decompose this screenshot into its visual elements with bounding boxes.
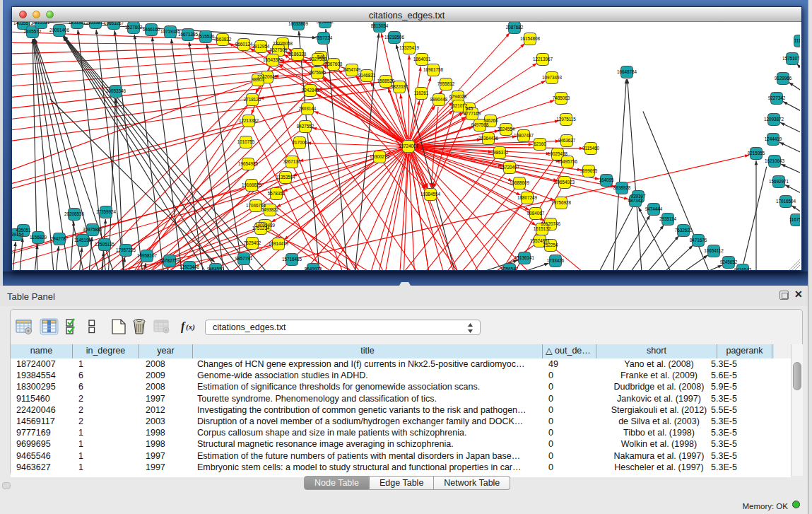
svg-text:9227342: 9227342 (768, 95, 786, 100)
svg-text:5493822: 5493822 (261, 207, 279, 212)
svg-text:2405572: 2405572 (24, 29, 42, 34)
svg-text:7515526: 7515526 (197, 34, 215, 39)
svg-text:439154: 439154 (12, 232, 24, 237)
svg-text:1864091: 1864091 (413, 57, 431, 62)
svg-text:19654923: 19654923 (555, 180, 575, 185)
svg-text:30975887: 30975887 (83, 227, 103, 232)
svg-text:6497568: 6497568 (471, 122, 489, 127)
svg-text:8471676: 8471676 (690, 238, 707, 243)
svg-text:3822037: 3822037 (391, 84, 408, 89)
svg-text:9327506: 9327506 (270, 47, 288, 52)
svg-text:16782759: 16782759 (160, 258, 180, 263)
svg-text:1156829: 1156829 (30, 235, 47, 240)
svg-text:2935114: 2935114 (659, 216, 677, 221)
svg-text:5578352: 5578352 (268, 191, 286, 196)
svg-text:9245652: 9245652 (720, 259, 738, 264)
svg-text:8186328: 8186328 (289, 52, 307, 57)
svg-text:8990448: 8990448 (430, 97, 448, 102)
svg-text:15692971: 15692971 (769, 179, 789, 184)
svg-text:116753: 116753 (789, 217, 800, 222)
svg-text:13325419: 13325419 (399, 45, 420, 50)
svg-text:3267130: 3267130 (283, 159, 301, 164)
svg-text:98901: 98901 (252, 77, 264, 82)
svg-text:23226058: 23226058 (273, 41, 293, 46)
svg-text:12505135: 12505135 (95, 242, 115, 247)
svg-text:17016504: 17016504 (776, 199, 796, 204)
svg-text:9327508: 9327508 (310, 57, 327, 62)
svg-text:1527602: 1527602 (125, 25, 143, 30)
svg-text:1615132: 1615132 (534, 226, 551, 231)
svg-text:3824554: 3824554 (498, 127, 515, 132)
svg-text:8427552: 8427552 (297, 124, 314, 129)
svg-text:12975115: 12975115 (556, 117, 576, 122)
svg-text:12213382: 12213382 (239, 118, 259, 123)
svg-text:19756928: 19756928 (551, 200, 572, 205)
svg-text:1733426: 1733426 (547, 258, 565, 263)
svg-text:9242848: 9242848 (302, 88, 319, 93)
svg-text:1853361: 1853361 (69, 22, 86, 25)
svg-text:9699695: 9699695 (580, 168, 598, 173)
svg-text:16120746: 16120746 (541, 221, 561, 226)
svg-text:15720407: 15720407 (500, 165, 520, 170)
svg-text:20091406: 20091406 (49, 28, 70, 33)
svg-text:9115460: 9115460 (582, 146, 600, 151)
svg-text:11121: 11121 (794, 38, 800, 43)
svg-text:545: 545 (466, 106, 473, 111)
svg-text:8813054: 8813054 (371, 23, 389, 28)
svg-text:6794028: 6794028 (449, 94, 467, 99)
svg-text:19384554: 19384554 (420, 192, 441, 197)
svg-text:9356542: 9356542 (501, 267, 519, 270)
svg-text:10958107: 10958107 (137, 253, 158, 258)
svg-text:16648784: 16648784 (617, 69, 637, 74)
svg-text:687342: 687342 (628, 198, 643, 203)
svg-text:9857791: 9857791 (235, 256, 253, 261)
svg-text:17957225: 17957225 (116, 247, 136, 252)
svg-text:1010755: 1010755 (237, 139, 255, 144)
svg-text:9416542: 9416542 (734, 267, 752, 270)
svg-text:12213967: 12213967 (533, 57, 553, 62)
svg-text:8194442: 8194442 (317, 22, 334, 24)
svg-text:19218506: 19218506 (384, 35, 405, 40)
svg-text:3875685: 3875685 (309, 70, 326, 75)
svg-text:9777169: 9777169 (464, 111, 481, 116)
svg-text:20364436: 20364436 (478, 136, 499, 141)
svg-text:19166825: 19166825 (242, 182, 262, 187)
svg-text:11353594: 11353594 (276, 175, 295, 180)
svg-text:1145194: 1145194 (74, 238, 92, 243)
svg-text:164095: 164095 (599, 177, 614, 182)
svg-text:9474444: 9474444 (645, 206, 663, 211)
svg-text:19654985: 19654985 (238, 161, 259, 166)
svg-text:20053346: 20053346 (106, 88, 126, 93)
svg-text:18724007: 18724007 (399, 144, 419, 148)
svg-text:2367608: 2367608 (325, 62, 343, 66)
svg-text:10653267: 10653267 (104, 22, 124, 25)
svg-text:16961758: 16961758 (423, 67, 444, 72)
svg-text:(x): (x) (186, 322, 195, 332)
svg-text:16914479: 16914479 (269, 241, 289, 246)
svg-text:15716485: 15716485 (282, 257, 302, 262)
svg-text:18807249: 18807249 (517, 195, 538, 200)
svg-text:8660124: 8660124 (235, 42, 253, 47)
svg-text:116261: 116261 (414, 90, 429, 95)
svg-text:16671385: 16671385 (178, 32, 199, 37)
svg-text:16033809: 16033809 (288, 22, 309, 26)
svg-text:15751074: 15751074 (782, 56, 800, 61)
svg-text:8454749: 8454749 (343, 67, 361, 72)
svg-text:8649932: 8649932 (305, 267, 322, 270)
svg-text:2803144: 2803144 (299, 106, 317, 111)
svg-text:10973493: 10973493 (542, 75, 563, 80)
svg-text:15136141: 15136141 (514, 255, 535, 260)
svg-text:16543382: 16543382 (263, 57, 283, 62)
svg-text:252254: 252254 (543, 243, 558, 247)
svg-text:9146821: 9146821 (358, 73, 376, 78)
svg-text:9464551: 9464551 (207, 267, 225, 270)
svg-text:7625402: 7625402 (244, 240, 261, 245)
svg-text:10688609: 10688609 (510, 180, 530, 185)
svg-text:2718126: 2718126 (244, 97, 261, 102)
svg-text:15495756: 15495756 (558, 159, 578, 164)
svg-text:7955812: 7955812 (437, 81, 455, 86)
svg-text:16154808: 16154808 (520, 36, 541, 41)
svg-text:16533811: 16533811 (86, 22, 105, 25)
svg-text:9463627: 9463627 (558, 138, 576, 143)
svg-text:10654112: 10654112 (704, 248, 724, 253)
